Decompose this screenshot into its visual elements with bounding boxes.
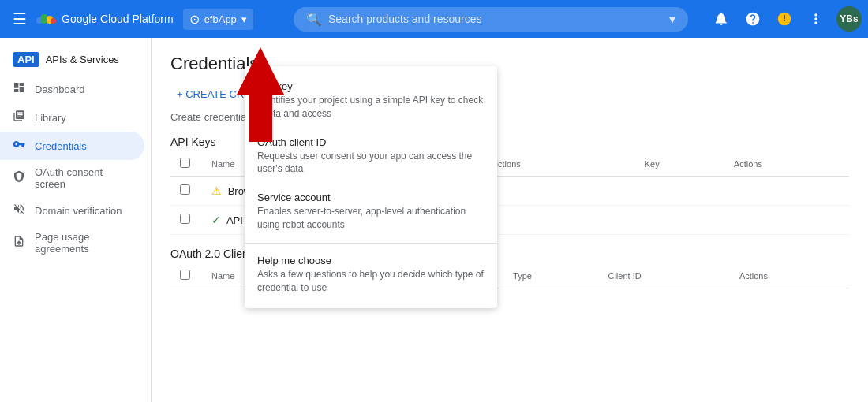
dropdown-apikey-title: API key [257, 80, 485, 92]
warning-icon: ⚠ [211, 184, 222, 197]
search-chevron-icon: ▾ [669, 12, 675, 27]
domain-icon [13, 203, 25, 218]
topbar-logo-text: Google Cloud Platform [62, 13, 174, 25]
topbar-project-name: efbApp [204, 13, 237, 25]
dropdown-item-oauth[interactable]: OAuth client ID Requests user consent so… [245, 128, 497, 184]
sidebar: API APIs & Services Dashboard Library Cr… [0, 38, 152, 402]
sidebar-service-title: APIs & Services [46, 54, 119, 65]
notifications-button[interactable] [707, 5, 735, 33]
oauth-col-type: Type [503, 263, 598, 288]
dropdown-item-apikey[interactable]: API key Identifies your project using a … [245, 73, 497, 128]
status-icon-wrap: ! [770, 5, 799, 33]
check-icon: ✓ [211, 214, 221, 226]
sidebar-item-domain[interactable]: Domain verification [0, 196, 144, 225]
col-actions: Actions [724, 151, 849, 177]
oauth-consent-label: OAuth consent screen [35, 166, 132, 190]
search-input[interactable] [328, 13, 663, 25]
domain-label: Domain verification [35, 205, 122, 217]
more-button[interactable] [802, 5, 830, 33]
status-button[interactable]: ! [770, 5, 799, 33]
page-usage-icon [13, 235, 25, 251]
oauth-icon [13, 170, 25, 186]
dashboard-icon [13, 81, 25, 97]
row-key-0 [635, 177, 724, 206]
dropdown-service-title: Service account [257, 192, 485, 203]
dropdown-help-desc: Asks a few questions to help you decide … [257, 268, 485, 295]
row-actions-1 [724, 206, 849, 235]
sidebar-item-oauth[interactable]: OAuth consent screen [0, 160, 144, 196]
dropdown-oauth-title: OAuth client ID [257, 136, 485, 148]
credentials-icon [13, 138, 25, 154]
help-button[interactable] [739, 5, 767, 33]
topbar-actions: ! YBs [707, 5, 862, 33]
topbar: ☰ Google Cloud Platform ⊙ efbApp ▾ 🔍 ▾ ! [0, 0, 868, 38]
sidebar-item-library[interactable]: Library [0, 103, 144, 132]
topbar-project-selector[interactable]: ⊙ efbApp ▾ [183, 9, 253, 30]
project-chevron-icon: ▾ [241, 13, 247, 25]
dashboard-label: Dashboard [35, 84, 85, 95]
col-key: Key [635, 151, 724, 177]
user-avatar[interactable]: YBs [836, 6, 862, 32]
page-usage-label: Page usage agreements [35, 231, 132, 255]
dropdown-help-title: Help me choose [257, 255, 485, 266]
svg-rect-3 [51, 18, 56, 24]
library-label: Library [35, 112, 66, 124]
sidebar-api-badge: API APIs & Services [0, 44, 151, 75]
topbar-search-bar[interactable]: 🔍 ▾ [294, 7, 688, 32]
dropdown-item-help[interactable]: Help me choose Asks a few questions to h… [245, 247, 497, 303]
dropdown-oauth-desc: Requests user consent so your app can ac… [257, 150, 485, 177]
library-icon [13, 110, 25, 125]
credentials-label: Credentials [35, 140, 87, 152]
row-checkbox-0[interactable] [180, 184, 190, 195]
dropdown-apikey-desc: Identifies your project using a simple A… [257, 94, 485, 121]
svg-text:!: ! [783, 13, 786, 23]
dropdown-service-desc: Enables server-to-server, app-level auth… [257, 205, 485, 232]
create-credentials-dropdown: API key Identifies your project using a … [245, 66, 497, 308]
dropdown-divider [245, 243, 497, 244]
sidebar-item-page-usage[interactable]: Page usage agreements [0, 225, 144, 261]
topbar-logo[interactable]: Google Cloud Platform [36, 11, 174, 27]
dropdown-item-service[interactable]: Service account Enables server-to-server… [245, 184, 497, 240]
oauth-select-all[interactable] [180, 270, 190, 280]
oauth-col-actions: Actions [730, 263, 849, 288]
row-key-1 [635, 206, 724, 235]
gcp-logo-icon [36, 11, 57, 27]
row-checkbox-1[interactable] [180, 214, 190, 224]
oauth-col-clientid: Client ID [598, 263, 729, 288]
sidebar-item-dashboard[interactable]: Dashboard [0, 75, 144, 103]
project-icon: ⊙ [189, 12, 200, 27]
sidebar-item-credentials[interactable]: Credentials [0, 132, 144, 160]
search-icon: 🔍 [306, 12, 322, 27]
api-badge-text: API [13, 52, 39, 67]
row-actions-0 [724, 177, 849, 206]
menu-icon[interactable]: ☰ [6, 3, 33, 35]
api-keys-select-all[interactable] [180, 158, 190, 168]
